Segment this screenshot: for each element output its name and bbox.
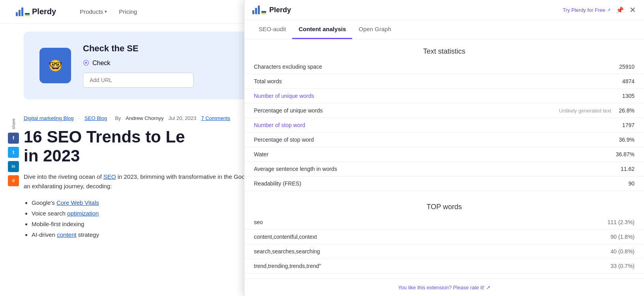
stat-value: 36.87% — [452, 147, 644, 162]
nav-products[interactable]: Products ▾ — [80, 8, 107, 15]
word-cell: content,contentful,context — [244, 230, 505, 244]
panel-tabs: SEO-audit Content analysis Open Graph — [244, 20, 644, 39]
stat-value: Unlikely generated text 26.8% — [452, 103, 644, 118]
panel-overlay: Plerdy Try Plerdy for Free ↗ 📌 ✕ SEO-aud… — [244, 0, 644, 296]
breadcrumb-digital-marketing[interactable]: Digital marketing Blog — [24, 115, 73, 121]
stat-label: Total words — [244, 74, 452, 89]
table-row: Water 36.87% — [244, 147, 644, 162]
nav-logo[interactable]: Plerdy — [16, 7, 56, 16]
table-row: Average sentence length in words 11.62 — [244, 162, 644, 176]
panel-header: Plerdy Try Plerdy for Free ↗ 📌 ✕ — [244, 0, 644, 20]
panel-content: Text statistics Characters excluding spa… — [244, 39, 644, 279]
url-input[interactable] — [83, 73, 193, 88]
pin-button[interactable]: 📌 — [616, 6, 624, 14]
content-link[interactable]: content — [57, 231, 76, 238]
external-link-icon: ↗ — [486, 285, 490, 290]
word-cell: trend,trending,trends,trend" — [244, 259, 505, 274]
table-row: search,searches,searching 40 (0.8%) — [244, 244, 644, 259]
stat-value: 11.62 — [452, 162, 644, 176]
mascot-image: 🤓 — [39, 48, 71, 83]
table-row: trend,trending,trends,trend" 33 (0.7%) — [244, 259, 644, 274]
nav-links: Products ▾ Pricing — [80, 8, 137, 15]
digg-icon: d — [12, 178, 15, 183]
top-words-table: seo 111 (2.3%) content,contentful,contex… — [244, 215, 644, 274]
panel-logo-icon — [252, 6, 266, 14]
word-cell: search,searches,searching — [244, 244, 505, 259]
article-date: Jul 20, 2023 — [168, 115, 196, 121]
table-row: content,contentful,context 90 (1.8%) — [244, 230, 644, 244]
core-web-vitals-link[interactable]: Core Web Vitals — [56, 199, 99, 206]
table-row: Readability (FRES) 90 — [244, 176, 644, 191]
stat-value: 1305 — [452, 89, 644, 103]
stat-value: 4874 — [452, 74, 644, 89]
panel-logo-text: Plerdy — [269, 6, 291, 14]
word-cell: seo — [244, 215, 505, 230]
try-plerdy-link[interactable]: Try Plerdy for Free ↗ — [563, 7, 610, 13]
stat-label: Percentage of unique words — [244, 103, 452, 118]
optimization-link[interactable]: optimization — [67, 210, 99, 217]
table-row: Percentage of unique words Unlikely gene… — [244, 103, 644, 118]
share-sidebar: share f t in d — [8, 118, 19, 186]
chevron-down-icon: ▾ — [105, 9, 107, 14]
stat-label: Percentage of stop word — [244, 133, 452, 147]
share-linkedin-button[interactable]: in — [8, 161, 19, 172]
twitter-icon: t — [13, 149, 14, 155]
stat-value: 90 — [452, 176, 644, 191]
logo-icon — [16, 7, 30, 16]
stat-label-link[interactable]: Number of stop word — [244, 118, 452, 133]
table-row: Characters excluding space 25910 — [244, 60, 644, 74]
table-row: Total words 4874 — [244, 74, 644, 89]
count-cell: 40 (0.8%) — [505, 244, 644, 259]
stat-value: 1797 — [452, 118, 644, 133]
panel-header-right: Try Plerdy for Free ↗ 📌 ✕ — [563, 6, 636, 14]
stat-label: Characters excluding space — [244, 60, 452, 74]
tab-open-graph[interactable]: Open Graph — [352, 20, 398, 39]
external-link-icon: ↗ — [607, 7, 610, 13]
stat-label: Water — [244, 147, 452, 162]
breadcrumb-seo-blog[interactable]: SEO Blog — [84, 115, 107, 121]
breadcrumb-sep: · — [78, 115, 80, 121]
article-comments[interactable]: 7 Comments — [201, 115, 230, 121]
count-cell: 33 (0.7%) — [505, 259, 644, 274]
count-cell: 90 (1.8%) — [505, 230, 644, 244]
table-row: seo 111 (2.3%) — [244, 215, 644, 230]
seo-link[interactable]: SEO — [103, 173, 116, 180]
table-row: Percentage of stop word 36.9% — [244, 133, 644, 147]
article-by: By — [115, 115, 121, 121]
panel-logo: Plerdy — [252, 6, 291, 14]
nav-pricing[interactable]: Pricing — [119, 8, 137, 15]
stats-table: Characters excluding space 25910 Total w… — [244, 60, 644, 191]
share-twitter-button[interactable]: t — [8, 147, 19, 158]
table-row: Number of stop word 1797 — [244, 118, 644, 133]
stat-value: 25910 — [452, 60, 644, 74]
close-button[interactable]: ✕ — [629, 6, 636, 14]
stat-label: Average sentence length in words — [244, 162, 452, 176]
stat-value: 36.9% — [452, 133, 644, 147]
count-cell: 111 (2.3%) — [505, 215, 644, 230]
share-label: share — [11, 118, 16, 129]
share-digg-button[interactable]: d — [8, 175, 19, 186]
panel-footer: You like this extension? Please rate it!… — [244, 279, 644, 296]
table-row: Number of unique words 1305 — [244, 89, 644, 103]
article-author: Andrew Chornyy — [126, 115, 163, 121]
top-words-section: TOP words seo 111 (2.3%) content,content… — [244, 191, 644, 274]
linkedin-icon: in — [12, 164, 15, 169]
tab-seo-audit[interactable]: SEO-audit — [252, 20, 292, 39]
top-words-heading: TOP words — [244, 195, 644, 215]
share-facebook-button[interactable]: f — [8, 133, 19, 144]
stat-label: Readability (FRES) — [244, 176, 452, 191]
text-statistics-heading: Text statistics — [244, 39, 644, 60]
nav-logo-text: Plerdy — [32, 7, 56, 16]
tab-content-analysis[interactable]: Content analysis — [292, 20, 352, 39]
rate-extension-link[interactable]: You like this extension? Please rate it!… — [252, 285, 636, 290]
stat-label-link[interactable]: Number of unique words — [244, 89, 452, 103]
facebook-icon: f — [13, 135, 14, 141]
